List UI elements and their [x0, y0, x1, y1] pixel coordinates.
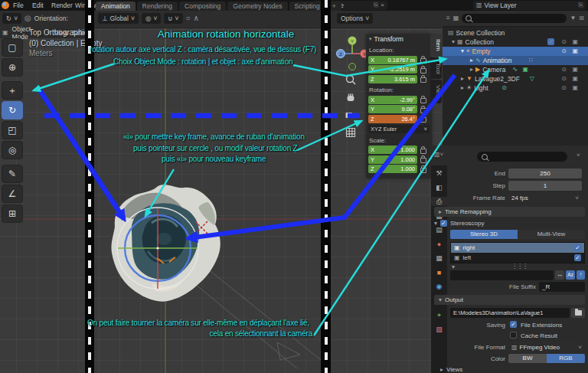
- scale-z-field[interactable]: Z1.000: [368, 165, 417, 173]
- falloff-icon[interactable]: ∧: [194, 15, 199, 22]
- view-layer-selector[interactable]: ▥ View Layer ⎘: [473, 1, 586, 10]
- eye-icon[interactable]: ⊙: [561, 38, 567, 47]
- step-field[interactable]: 1: [508, 181, 582, 191]
- camera-toggle-icon[interactable]: ▣: [572, 83, 578, 93]
- lock-icon[interactable]: [420, 108, 426, 113]
- island-mesh[interactable]: [111, 185, 220, 302]
- frame-rate-dropdown[interactable]: 24 fps˅: [508, 193, 582, 203]
- rotation-mode-dropdown[interactable]: XYZ Euler˅: [368, 125, 430, 133]
- location-y-field[interactable]: Y-2.2519 m: [368, 65, 417, 74]
- collection-checkbox[interactable]: ✓: [547, 38, 554, 45]
- tab-compositing[interactable]: Compositing: [179, 2, 226, 11]
- views-panel[interactable]: ▸Views: [440, 366, 462, 373]
- view-right-row[interactable]: ▣ right ✓: [451, 243, 584, 253]
- transform-tool[interactable]: ◎: [2, 141, 23, 159]
- menu-render[interactable]: Render: [51, 2, 73, 9]
- annotate-tool[interactable]: ✎: [2, 165, 23, 183]
- tab-object-data[interactable]: ⌖: [431, 310, 447, 319]
- disclosure-closed-icon[interactable]: ▸: [470, 57, 473, 64]
- rotation-y-field[interactable]: Y9.08°: [368, 105, 417, 113]
- lock-icon[interactable]: [420, 168, 426, 173]
- eye-icon[interactable]: ⊙: [561, 65, 567, 74]
- row-camera[interactable]: ▸ ▶ Camera ∿ ▣ ⊙ ▣: [443, 65, 588, 74]
- editor-type-icon[interactable]: ▣: [2, 30, 8, 36]
- lock-icon[interactable]: [420, 58, 426, 64]
- proportional-editing-icon[interactable]: ○: [186, 15, 191, 22]
- sort-az-button[interactable]: Az: [566, 270, 575, 280]
- pivot-icon[interactable]: ◎: [24, 15, 31, 22]
- view-left-checkbox[interactable]: ✓: [574, 254, 581, 261]
- navigation-gizmo[interactable]: Y X Z: [334, 34, 371, 70]
- color-rgb-button[interactable]: RGB: [547, 354, 585, 363]
- camera-toggle-icon[interactable]: ▣: [572, 65, 578, 74]
- outliner-search-input[interactable]: [462, 14, 567, 23]
- disclosure-open-icon[interactable]: ▾: [452, 39, 455, 45]
- view-right-checkbox[interactable]: ✓: [574, 244, 581, 251]
- rotation-x-field[interactable]: X-2.99°: [368, 96, 417, 104]
- stereo-3d-tab[interactable]: Stereo 3D: [450, 230, 518, 239]
- scale-tool[interactable]: ◰: [2, 121, 23, 139]
- tab-view[interactable]: View: [430, 80, 442, 103]
- multi-view-tab[interactable]: Multi-View: [518, 230, 585, 239]
- location-z-field[interactable]: Z3.615 m: [368, 75, 417, 83]
- disclosure-open-icon[interactable]: ▾: [452, 264, 455, 270]
- tab-geometry-nodes[interactable]: Geometry Nodes: [227, 2, 287, 11]
- camera-toggle-icon[interactable]: ▣: [572, 74, 578, 83]
- lock-icon[interactable]: [420, 149, 426, 154]
- disclosure-closed-icon[interactable]: ▸: [461, 85, 464, 91]
- display-mode-icon[interactable]: ▦: [453, 15, 459, 21]
- eye-icon[interactable]: ⊙: [561, 47, 567, 56]
- output-panel[interactable]: ▾Output: [434, 295, 585, 305]
- stereoscopy-checkbox[interactable]: ✓: [440, 220, 447, 227]
- disclosure-open-icon[interactable]: ▾: [461, 48, 464, 54]
- stereoscopy-panel[interactable]: ▾ ✓ Stereoscopy: [434, 220, 484, 227]
- pan-hand-icon[interactable]: [345, 91, 357, 103]
- camera-toggle-icon[interactable]: ▣: [572, 47, 578, 56]
- pivot-point-dropdown[interactable]: ◎ ˅: [142, 13, 161, 24]
- disclosure-open-icon[interactable]: ▾: [369, 36, 372, 42]
- menu-file[interactable]: File: [13, 2, 24, 9]
- copy-icon[interactable]: ⎘: [579, 2, 583, 8]
- tab-collection[interactable]: ▦: [431, 254, 447, 263]
- tab-animation[interactable]: Animation: [96, 2, 136, 11]
- row-animation[interactable]: ▸ ∿ Animation ∷: [443, 56, 588, 65]
- rotate-tool[interactable]: ↻: [2, 101, 23, 119]
- output-path-field[interactable]: E:\Modeles3D\animation\LaVague1: [450, 308, 570, 318]
- options-dropdown[interactable]: Options ˅: [337, 13, 373, 24]
- disclosure-closed-icon[interactable]: ▸: [470, 67, 473, 73]
- eye-icon[interactable]: ⊙: [561, 83, 567, 93]
- list-resize-grip[interactable]: ⋮⋮⋮: [511, 263, 528, 270]
- color-bw-button[interactable]: BW: [508, 354, 547, 363]
- scale-x-field[interactable]: X1.000: [368, 146, 417, 154]
- browse-folder-button[interactable]: [571, 308, 585, 318]
- file-format-dropdown[interactable]: ▥FFmpeg Video˅: [508, 342, 585, 352]
- row-lavague[interactable]: ▸ ▼ LaVague2_3DF ▽ ⊙ ▣: [443, 74, 588, 83]
- row-scene-collection[interactable]: ▤ Scene Collection: [443, 28, 588, 38]
- add-cube-tool[interactable]: ⊞: [2, 204, 23, 223]
- blender-logo-icon[interactable]: [2, 2, 9, 9]
- tab-rendering[interactable]: Rendering: [137, 2, 178, 11]
- row-light[interactable]: ▸ ☀ Light ⊙ ⊙ ▣: [443, 83, 588, 93]
- tab-physics[interactable]: ◉: [431, 282, 447, 291]
- view-left-row[interactable]: ▣ left ✓: [451, 253, 584, 263]
- tab-tool[interactable]: Tool: [430, 57, 442, 80]
- ortho-grid-icon[interactable]: [345, 126, 357, 139]
- time-remapping-panel[interactable]: ▸Time Remapping: [434, 207, 585, 217]
- file-extensions-checkbox[interactable]: ✓: [510, 321, 517, 328]
- menu-edit[interactable]: Edit: [32, 2, 44, 9]
- active-tool-button[interactable]: ↻ ˅: [2, 13, 21, 24]
- measure-tool[interactable]: ∠: [2, 185, 23, 203]
- lock-icon[interactable]: [420, 68, 426, 74]
- snap-dropdown[interactable]: ∪ ˅: [164, 13, 182, 24]
- lock-icon[interactable]: [420, 117, 426, 123]
- swap-button[interactable]: ↔: [555, 270, 564, 280]
- location-x-field[interactable]: X0.18767 m: [368, 56, 417, 64]
- chevron-down-icon[interactable]: ˅: [577, 152, 580, 159]
- disclosure-closed-icon[interactable]: ▸: [461, 76, 464, 82]
- camera-view-icon[interactable]: [345, 109, 357, 121]
- move-tool[interactable]: ＋: [2, 81, 23, 100]
- properties-search-input[interactable]: [477, 152, 567, 162]
- zoom-icon[interactable]: [345, 74, 357, 86]
- lock-icon[interactable]: [420, 77, 426, 83]
- tab-item[interactable]: Item: [430, 34, 442, 57]
